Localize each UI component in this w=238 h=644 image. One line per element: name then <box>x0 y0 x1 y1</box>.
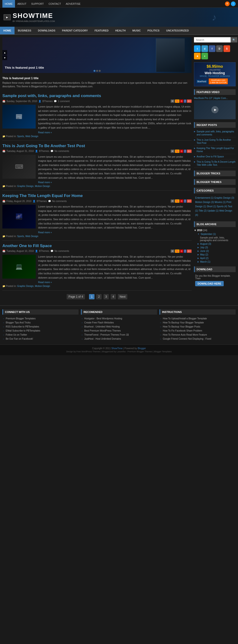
nav-uncategorized[interactable]: UNCATEGORIZED <box>163 27 192 34</box>
nav-music[interactable]: MUSIC <box>129 27 144 34</box>
archive-post-1-link[interactable]: Sample post with, links, paragraphs and … <box>200 236 228 242</box>
cat-motion-design[interactable]: Motion Design (3) <box>195 201 214 204</box>
page-3-link[interactable]: 3 <box>104 294 109 299</box>
post-4-title[interactable]: Another One to Fill Space <box>2 244 192 248</box>
stumbleupon-icon[interactable]: S <box>224 45 230 52</box>
page-next-link[interactable]: Next <box>118 294 127 299</box>
digg-icon[interactable]: D <box>216 45 223 52</box>
rss-icon[interactable]: R <box>225 2 230 6</box>
post-1-read-more[interactable]: Read more » <box>38 131 192 134</box>
post-2-read-more[interactable]: Read more » <box>38 181 192 184</box>
share-gplus[interactable]: G+ <box>187 100 192 103</box>
page-2-link[interactable]: 2 <box>96 294 102 299</box>
video-thumbnail[interactable] <box>194 100 236 119</box>
cat-graphic-design[interactable]: Graphic Design (3) <box>214 196 234 199</box>
instr-link-6[interactable]: Google Friend Connect Not Displaying : F… <box>163 338 211 340</box>
archive-march[interactable]: March (1) <box>194 260 236 264</box>
nav-downloads[interactable]: DOWNLOADS <box>34 27 59 34</box>
post-4-author[interactable]: BThemes <box>39 250 49 252</box>
play-button[interactable] <box>211 106 219 113</box>
instr-link-5[interactable]: How To Remove Auto Read More Feature <box>163 334 207 336</box>
post-1-author[interactable]: BThemes <box>42 100 53 102</box>
recent-post-2-link[interactable]: This is Just Going To Be Another Test Po… <box>197 138 236 144</box>
ad-banner[interactable]: $6.95/mo UNLIMITED Web Hosting SPACE, TR… <box>194 62 236 86</box>
rec-link-5[interactable]: ThemeForest : Premium Themes From 1$ <box>84 334 129 336</box>
cat-title[interactable]: Title (2) <box>199 210 207 212</box>
archive-september[interactable]: September (1) <box>194 232 236 236</box>
search-input[interactable] <box>194 37 231 42</box>
post-3-author[interactable]: BThemes <box>37 200 47 202</box>
delicious-icon[interactable]: d <box>201 45 208 52</box>
top-nav-about[interactable]: ABOUT <box>15 0 29 8</box>
cat-sports[interactable]: Sports (4) <box>217 205 227 208</box>
nav-business[interactable]: BUSINESS <box>14 27 34 34</box>
connect-link-3[interactable]: RSS Subscribe to PBTemplates <box>6 325 39 328</box>
post-2-title[interactable]: This is Just Going To Be Another Test Po… <box>2 144 192 148</box>
post-3-title[interactable]: Keeping The Title Length Equal For Home <box>2 194 192 198</box>
share-fb-3[interactable]: f <box>184 200 186 203</box>
share-bookmark-3[interactable]: 🔖 <box>175 200 179 203</box>
share-digg[interactable]: D <box>180 100 184 103</box>
connect-link-6[interactable]: Be Our Fan on Facebook! <box>6 338 33 340</box>
cat-movies[interactable]: Movies (1) <box>215 201 226 204</box>
slider-dot-2[interactable] <box>96 70 98 72</box>
nav-politics[interactable]: POLITICS <box>144 27 163 34</box>
share-bookmark-2[interactable]: 🔖 <box>175 150 179 153</box>
blogger-link[interactable]: Blogger <box>137 347 146 350</box>
post-3-read-more[interactable]: Read more » <box>38 231 192 234</box>
archive-june[interactable]: June (2) <box>194 249 236 253</box>
post-1-cat-link[interactable]: Sports, Web Design <box>17 135 38 138</box>
twitter-icon[interactable]: t <box>194 45 201 52</box>
recent-post-1-link[interactable]: Sample post with, links, paragraphs and … <box>197 130 236 136</box>
archive-year-2010[interactable]: ▼ 2010 (14) <box>194 228 236 232</box>
post-2-cat-link[interactable]: Graphic Design, Motion Design <box>17 185 50 188</box>
nav-home[interactable]: HOME <box>0 27 14 34</box>
top-nav-contact[interactable]: CONTACT <box>46 0 63 8</box>
favorites-icon[interactable]: ★ <box>194 53 201 60</box>
connect-link-1[interactable]: Premium Blogger Templates <box>6 317 35 320</box>
recent-post-4-link[interactable]: Another One to Fill Space <box>197 155 224 158</box>
post-2-author[interactable]: BThemes <box>39 150 49 152</box>
share-bookmark[interactable]: 🔖 <box>175 100 179 103</box>
share-fb-2[interactable]: f <box>184 150 186 153</box>
instr-link-1[interactable]: How To Upload/Install a Blogger Template <box>163 317 207 320</box>
archive-july[interactable]: July (3) <box>194 246 236 249</box>
connect-link-2[interactable]: Blogger Tips And Tricks <box>6 321 31 324</box>
share-email-3[interactable]: ✉ <box>171 200 174 203</box>
instr-link-4[interactable]: How To Fix Facebook Share Problem <box>163 330 202 332</box>
nav-featured[interactable]: FEATURED <box>91 27 112 34</box>
share-gplus-4[interactable]: G+ <box>187 250 192 253</box>
slider-next[interactable]: ▼ <box>2 55 7 60</box>
post-3-cat-link[interactable]: Sports, Web Design <box>17 235 38 238</box>
cat-update[interactable]: Update (1) <box>207 210 219 212</box>
share-gplus-3[interactable]: G+ <box>187 200 192 203</box>
share-digg-2[interactable]: D <box>180 150 184 153</box>
cat-entertainment[interactable]: Entertainment (1) <box>195 196 214 199</box>
twitter-top-icon[interactable]: t <box>231 2 236 6</box>
top-nav-home[interactable]: HOME <box>2 0 15 8</box>
post-4-read-more[interactable]: Read more » <box>38 281 192 284</box>
slider-prev[interactable]: ▲ <box>2 50 7 55</box>
download-button[interactable]: DOWNLOAD HERE <box>195 281 224 286</box>
share-email[interactable]: ✉ <box>171 100 174 103</box>
facebook-icon[interactable]: f <box>209 45 215 52</box>
connect-link-5[interactable]: Follow Us on Twitter <box>6 334 27 336</box>
rec-link-4[interactable]: Best Premium WordPress Themes <box>84 330 121 332</box>
slider-dot-3[interactable] <box>99 70 101 72</box>
page-4-link[interactable]: 4 <box>111 294 116 299</box>
recent-post-3-link[interactable]: Keeping The Title Length Equal For Home <box>197 147 236 153</box>
post-4-cat-link[interactable]: Graphic Design, Motion Design <box>17 285 50 288</box>
slider-dot-1[interactable] <box>94 70 96 72</box>
share-email-2[interactable]: ✉ <box>171 150 174 153</box>
nav-health[interactable]: HEALTH <box>112 27 129 34</box>
archive-may[interactable]: May (2) <box>194 253 236 256</box>
rec-link-2[interactable]: Create Free Flash Websites <box>84 321 114 324</box>
share-email-4[interactable]: ✉ <box>171 250 174 253</box>
rec-link-1[interactable]: Hostgator : Best Wordpress Hosting <box>84 317 122 320</box>
share-bookmark-4[interactable]: 🔖 <box>175 250 179 253</box>
cat-short[interactable]: Short (1) <box>207 205 216 208</box>
share-digg-4[interactable]: D <box>180 250 184 253</box>
archive-april[interactable]: April (2) <box>194 256 236 260</box>
archive-august[interactable]: August (3) <box>194 242 236 246</box>
post-1-comments[interactable]: 1 comment <box>58 100 70 102</box>
